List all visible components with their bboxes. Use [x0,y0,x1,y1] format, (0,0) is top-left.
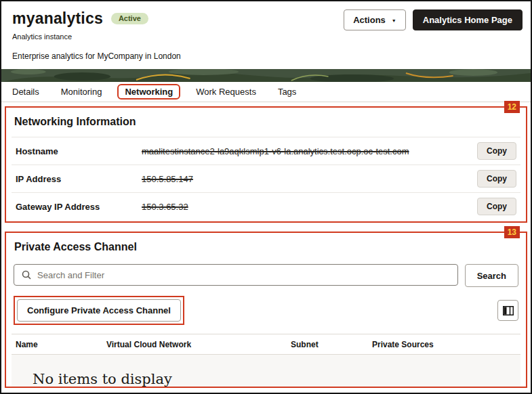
callout-13: 13 [504,226,520,238]
ip-address-label: IP Address [16,174,142,184]
hostname-label: Hostname [16,146,142,156]
gateway-ip-label: Gateway IP Address [16,202,142,212]
hostname-row: Hostname maalitestinstance2-la9aqklsmlp1… [12,137,520,165]
empty-state: No items to display Create new items or … [12,355,520,387]
search-box [14,264,458,286]
chevron-down-icon: ▼ [392,18,396,23]
instance-type-label: Analytics instance [12,32,523,41]
configure-button-annotation: Configure Private Access Channel [14,296,184,325]
actions-button-label: Actions [353,15,386,25]
tab-details[interactable]: Details [12,87,39,97]
analytics-instance-page: myanalytics Active Actions ▼ Analytics H… [0,0,532,394]
column-header-virtual-cloud-network: Virtual Cloud Network [106,340,291,349]
tab-work-requests[interactable]: Work Requests [196,87,256,97]
tab-tags[interactable]: Tags [278,87,296,97]
table-header-row: Name Virtual Cloud Network Subnet Privat… [12,334,520,355]
page-header: myanalytics Active Actions ▼ Analytics H… [1,1,531,69]
callout-12: 12 [504,101,520,113]
copy-hostname-button[interactable]: Copy [477,142,516,160]
tab-networking[interactable]: Networking [117,84,180,100]
networking-information-title: Networking Information [14,116,520,128]
tab-content: 12 Networking Information Hostname maali… [1,102,531,393]
column-header-name: Name [16,340,106,349]
analytics-home-page-button[interactable]: Analytics Home Page [413,9,523,30]
hostname-value: maalitestinstance2-la9aqklsmlp1-v6-la.an… [142,146,477,156]
tab-monitoring[interactable]: Monitoring [61,87,102,97]
column-chooser-button[interactable] [497,300,518,321]
actions-button[interactable]: Actions ▼ [344,9,406,30]
search-icon [22,270,31,280]
ip-address-row: IP Address 150.5.85.147 Copy [12,165,520,192]
table-columns-icon [503,306,514,315]
gateway-ip-value: 150.3.65.32 [142,202,477,212]
ip-address-value: 150.5.85.147 [142,174,477,184]
networking-information-section: 12 Networking Information Hostname maali… [5,106,527,223]
toolbar-row: Configure Private Access Channel [14,296,518,325]
private-access-channel-section: 13 Private Access Channel Search Conf [5,232,527,388]
banner-image [1,69,531,82]
gateway-ip-row: Gateway IP Address 150.3.65.32 Copy [12,192,520,220]
copy-ip-address-button[interactable]: Copy [477,170,516,188]
search-button[interactable]: Search [465,264,518,287]
column-header-subnet: Subnet [291,340,372,349]
empty-state-title: No items to display [33,371,499,387]
search-input[interactable] [37,270,450,280]
private-access-channel-title: Private Access Channel [14,241,520,253]
column-header-private-sources: Private Sources [372,340,516,349]
status-badge: Active [111,13,148,24]
page-title: myanalytics [12,9,103,28]
configure-private-access-channel-button[interactable]: Configure Private Access Channel [17,299,181,322]
search-row: Search [14,264,518,287]
tab-bar: Details Monitoring Networking Work Reque… [1,82,531,102]
copy-gateway-ip-button[interactable]: Copy [477,198,516,215]
instance-description: Enterprise analytics for MyCompany in Lo… [12,51,523,61]
